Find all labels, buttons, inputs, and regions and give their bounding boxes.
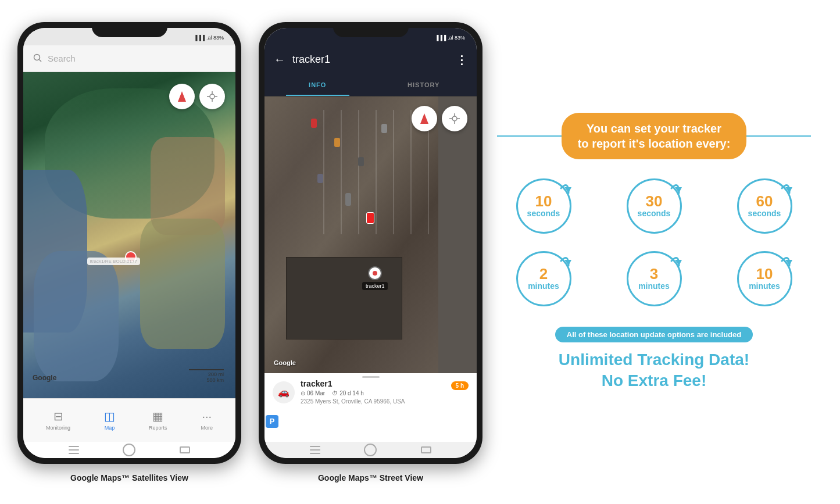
location-button2[interactable] (442, 106, 467, 131)
compass-button2[interactable] (412, 106, 437, 131)
interval-2-minutes: 2 minutes (497, 248, 590, 309)
features-section: You can set your tracker to report it's … (485, 101, 823, 403)
home-circle-button2[interactable] (364, 444, 377, 456)
car5 (317, 174, 323, 183)
phone2-home-bar (264, 442, 477, 458)
phone2-status-icons: ▐▐▐ .al 83% (435, 35, 465, 41)
phone2-notch (333, 22, 409, 37)
interval-30-seconds: 30 seconds (607, 176, 700, 237)
home-line5 (310, 449, 320, 451)
phone2-tabs: INFO HISTORY (264, 74, 477, 96)
home-line6 (310, 453, 320, 454)
more-icon: ··· (202, 410, 212, 423)
search-placeholder: Search (48, 53, 76, 63)
phone2-frame: ▐▐▐ .al 83% ← tracker1 ⋮ INFO HISTORY (259, 22, 482, 464)
parking-p-badge: P (266, 415, 278, 428)
car6 (345, 193, 351, 206)
car3 (358, 157, 364, 166)
phone2-caption: Google Maps™ Street View (318, 473, 423, 482)
interval-unit-3: seconds (748, 209, 781, 219)
scale-bar (189, 369, 224, 370)
interval-unit-6: minutes (749, 281, 780, 291)
expand-handle[interactable] (362, 376, 380, 378)
home-line2 (69, 449, 79, 451)
tracked-car (366, 212, 374, 224)
tab-info[interactable]: INFO (264, 74, 371, 96)
interval-number-6: 10 (756, 266, 773, 281)
tracker-name-label: tracker1 (362, 282, 388, 290)
compass-arrow2-icon (420, 113, 428, 124)
nav-more-label: More (201, 425, 213, 431)
interval-number-1: 10 (535, 194, 552, 209)
map-icon: ◫ (104, 409, 115, 423)
map-scale: 200 mi 500 km (189, 369, 224, 383)
car-icon: 🚗 (273, 381, 295, 403)
nav-map-label: Map (105, 425, 115, 431)
headline-line-right (746, 135, 811, 137)
home-circle-button[interactable] (123, 444, 135, 456)
aerial-map: tracker1 Google (264, 96, 477, 373)
circle-container-4: 2 minutes (513, 248, 574, 309)
car4 (381, 124, 387, 133)
clock-icon: ⊙ (301, 390, 305, 396)
phone2-wrapper: ▐▐▐ .al 83% ← tracker1 ⋮ INFO HISTORY (259, 22, 482, 482)
card-duration: ⏱ 20 d 14 h (332, 390, 364, 396)
tab-history[interactable]: HISTORY (371, 74, 477, 96)
card-duration-text: 20 d 14 h (339, 390, 364, 396)
unlimited-line1: Unlimited Tracking Data! (559, 349, 749, 370)
home-lines2 (310, 446, 320, 454)
phone2-topbar: ← tracker1 ⋮ (264, 45, 477, 74)
circle-container-3: 60 seconds (734, 176, 795, 237)
more-options-button[interactable]: ⋮ (456, 53, 467, 67)
main-container: ▐▐▐ .al 83% Search (0, 0, 840, 504)
phone1-wrapper: ▐▐▐ .al 83% Search (17, 22, 241, 482)
home-line3 (69, 453, 79, 454)
card-info: tracker1 ⊙ 06 Mar ⏱ 20 d 14 h (301, 379, 469, 405)
reports-icon: ▦ (152, 409, 163, 423)
nav-map[interactable]: ◫ Map (104, 409, 115, 431)
tracker-map-label: Itrack1/RE BOLD:0177 (87, 258, 140, 265)
google-label: Google (33, 374, 56, 382)
circle-text-5: 3 minutes (638, 266, 670, 291)
phone1-map[interactable]: Itrack1/RE BOLD:0177 Google 200 mi 500 k… (23, 72, 235, 398)
headline-line-left (497, 135, 562, 137)
svg-point-0 (34, 55, 40, 60)
back-button2[interactable] (421, 446, 431, 453)
interval-10-seconds: 10 seconds (497, 176, 590, 237)
search-icon (33, 53, 43, 63)
phone1-frame: ▐▐▐ .al 83% Search (17, 22, 241, 464)
nav-more[interactable]: ··· More (201, 410, 213, 431)
interval-number-4: 2 (539, 266, 548, 281)
phone2-map[interactable]: tracker1 Google (264, 96, 477, 373)
interval-10-minutes: 10 minutes (718, 248, 811, 309)
compass-button[interactable] (169, 84, 195, 109)
home-line1 (69, 446, 79, 447)
phone1-search-bar[interactable]: Search (23, 45, 235, 72)
nav-reports[interactable]: ▦ Reports (149, 409, 167, 431)
interval-number-3: 60 (756, 194, 773, 209)
interval-unit-1: seconds (527, 209, 560, 219)
circle-container-5: 3 minutes (624, 248, 685, 309)
back-button[interactable] (180, 446, 190, 453)
google-label2: Google (274, 359, 296, 366)
home-line4 (310, 446, 320, 447)
phone1-caption: Google Maps™ Satellites View (70, 473, 188, 482)
card-icon-group: 🚗 P (273, 381, 295, 428)
nav-monitoring[interactable]: ⊟ Monitoring (46, 409, 70, 431)
card-tracker-name: tracker1 (301, 379, 469, 388)
svg-point-2 (210, 94, 215, 99)
back-button-icon[interactable]: ← (274, 53, 285, 66)
time-badge: 5 h (451, 381, 469, 390)
phone1-notch (92, 22, 167, 37)
interval-number-5: 3 (650, 266, 658, 281)
car1 (311, 119, 317, 128)
card-meta: ⊙ 06 Mar ⏱ 20 d 14 h (301, 390, 469, 396)
scale-text1: 200 mi (208, 371, 224, 377)
nav-monitoring-label: Monitoring (46, 425, 70, 431)
circle-text-4: 2 minutes (528, 266, 559, 291)
card-top: 🚗 P tracker1 ⊙ 06 Mar (273, 379, 469, 428)
phone1-nav: ⊟ Monitoring ◫ Map ▦ Reports ··· (23, 398, 235, 442)
satellite-map: Itrack1/RE BOLD:0177 Google 200 mi 500 k… (23, 72, 235, 398)
location-button[interactable] (199, 84, 225, 109)
compass-arrow-icon (178, 91, 186, 102)
